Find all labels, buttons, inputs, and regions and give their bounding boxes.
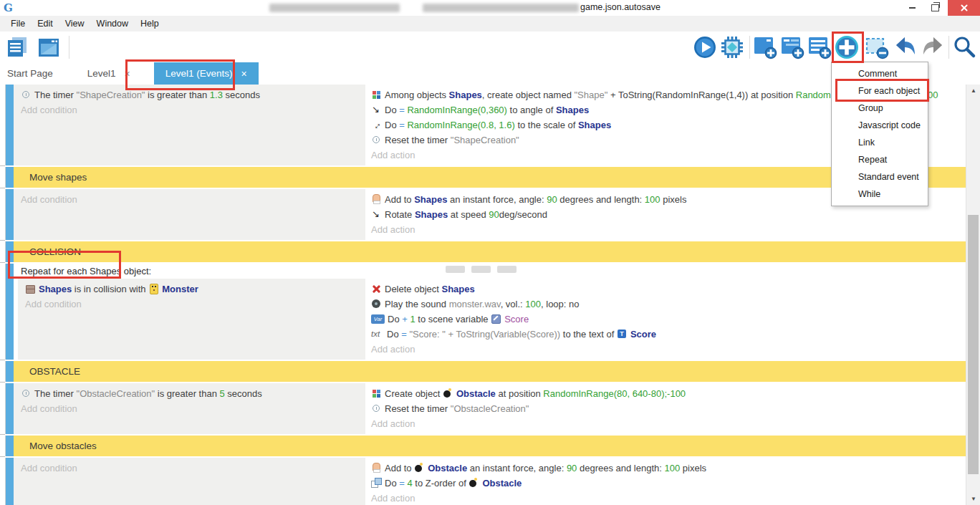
add-sub-event-button[interactable] [779,34,805,60]
add-condition-button[interactable]: Add condition [14,102,365,117]
vertical-scrollbar[interactable]: ▲ ▼ [966,85,980,505]
angle-icon [371,209,382,219]
delete-event-button[interactable] [864,34,890,60]
event-drag-bar[interactable] [6,436,14,456]
tab-label: Level1 (Events) [165,68,233,79]
event-drag-bar[interactable] [6,361,14,382]
hand-icon [371,463,382,473]
action-line[interactable]: Create object Obstacle at position Rando… [365,386,966,401]
scene-editor-button[interactable] [36,34,62,60]
conditions-panel: The timer "ShapeCreation" is greater tha… [14,85,365,165]
tab-close-icon[interactable] [125,69,130,79]
search-button[interactable] [951,34,977,60]
event-group-row: Move shapes [0,167,966,188]
event-drag-bar[interactable] [6,458,14,505]
event-block[interactable]: The timer "ShapeCreation" is greater tha… [14,85,966,165]
action-line[interactable]: Do + 1 to scene variable Score [365,312,966,327]
menu-item-comment[interactable]: Comment [832,65,928,82]
add-other-event-button[interactable] [834,34,860,60]
add-comment-button[interactable] [807,34,832,60]
action-line[interactable]: Rotate Shapes at speed 90deg/second [365,207,966,222]
group-bar-container[interactable]: OBSTACLE [14,361,966,382]
conditions-panel: Add condition [14,458,365,505]
tab-close-icon[interactable] [241,69,247,79]
var-icon [371,314,385,324]
tab-start-page[interactable]: Start Page [0,62,62,85]
menu-help[interactable]: Help [135,17,164,30]
menu-item-link[interactable]: Link [832,134,928,151]
event-group-bar[interactable]: Move obstacles [14,436,966,456]
search-icon [952,35,976,59]
action-line[interactable]: Do = 4 to Z-order of Obstacle [365,476,966,491]
event-drag-bar[interactable] [6,189,14,240]
condition-line[interactable]: The timer "ShapeCreation" is greater tha… [14,87,365,102]
menu-edit[interactable]: Edit [32,17,58,30]
close-button[interactable] [948,0,980,16]
event-drag-bar[interactable] [6,167,14,188]
project-manager-button[interactable] [4,34,30,60]
event-block[interactable]: Add conditionAdd to Shapes an instant fo… [14,189,966,240]
tab-level1[interactable]: Level1 [78,62,140,85]
debug-button[interactable] [719,34,745,60]
action-line[interactable]: Play the sound monster.wav, vol.: 100, l… [365,297,966,312]
menu-item-while[interactable]: While [832,186,928,203]
event-gutter [0,167,6,188]
menu-file[interactable]: File [6,17,30,30]
scroll-down-arrow[interactable]: ▼ [966,493,980,505]
event-block[interactable]: Repeat for each Shapes object:Shapes is … [14,264,966,360]
menu-item-for-each-object[interactable]: For each object [832,82,928,100]
monster-icon [148,284,159,294]
timer-icon [21,90,32,100]
delete-icon [371,284,382,294]
menu-item-group[interactable]: Group [832,100,928,117]
play-button[interactable] [692,34,718,60]
restore-button[interactable] [924,0,946,16]
undo-button[interactable] [893,34,918,60]
add-event-context-menu: CommentFor each objectGroupJavascript co… [831,62,928,206]
action-line[interactable]: Delete object Shapes [365,282,966,297]
redo-button[interactable] [920,34,946,60]
action-line[interactable]: Add to Obstacle an instant force, angle:… [365,461,966,476]
add-event-button[interactable] [752,34,778,60]
scene-var-icon [491,314,501,324]
action-line[interactable]: Do = "Score: " + ToString(Variable(Score… [365,327,966,342]
minimize-button[interactable] [901,0,923,16]
group-bar-container[interactable]: Move shapes [14,167,966,188]
event-drag-bar[interactable] [6,85,14,165]
condition-line[interactable]: Shapes is in collision with Monster [18,282,365,297]
add-action-button[interactable]: Add action [365,491,966,505]
event-block[interactable]: Add conditionAdd to Obstacle an instant … [14,458,966,505]
menu-item-standard-event[interactable]: Standard event [832,168,928,186]
group-bar-container[interactable]: Move obstacles [14,436,966,456]
add-condition-button[interactable]: Add condition [14,461,365,476]
add-condition-button[interactable]: Add condition [18,297,365,312]
sound-icon [371,299,382,309]
event-group-bar[interactable]: Move shapes [14,167,966,188]
action-line[interactable]: Reset the timer "ObstacleCreation" [365,401,966,416]
tab-level1-events-[interactable]: Level1 (Events) [154,62,259,85]
scroll-up-arrow[interactable]: ▲ [966,85,980,97]
add-action-button[interactable]: Add action [365,222,966,237]
hand-icon [371,194,382,204]
menu-view[interactable]: View [60,17,90,30]
event-drag-bar[interactable] [6,264,14,360]
add-action-button[interactable]: Add action [365,342,966,357]
menu-item-javascript-code[interactable]: Javascript code [832,117,928,134]
delete-event-icon [865,35,889,59]
event-drag-bar[interactable] [6,241,14,262]
menu-window[interactable]: Window [92,17,133,30]
add-condition-button[interactable]: Add condition [14,192,365,207]
condition-line[interactable]: The timer "ObstacleCreation" is greater … [14,386,365,401]
add-action-button[interactable]: Add action [365,416,966,431]
timer-icon [371,135,382,145]
event-group-bar[interactable]: COLLISION [14,241,966,262]
event-block[interactable]: The timer "ObstacleCreation" is greater … [14,383,966,434]
play-icon [693,35,717,59]
scrollbar-thumb[interactable] [968,215,979,474]
text-object-icon [617,329,628,339]
menu-item-repeat[interactable]: Repeat [832,151,928,168]
group-bar-container[interactable]: COLLISION [14,241,966,262]
event-drag-bar[interactable] [6,383,14,434]
add-condition-button[interactable]: Add condition [14,401,365,416]
event-group-bar[interactable]: OBSTACLE [14,361,966,382]
